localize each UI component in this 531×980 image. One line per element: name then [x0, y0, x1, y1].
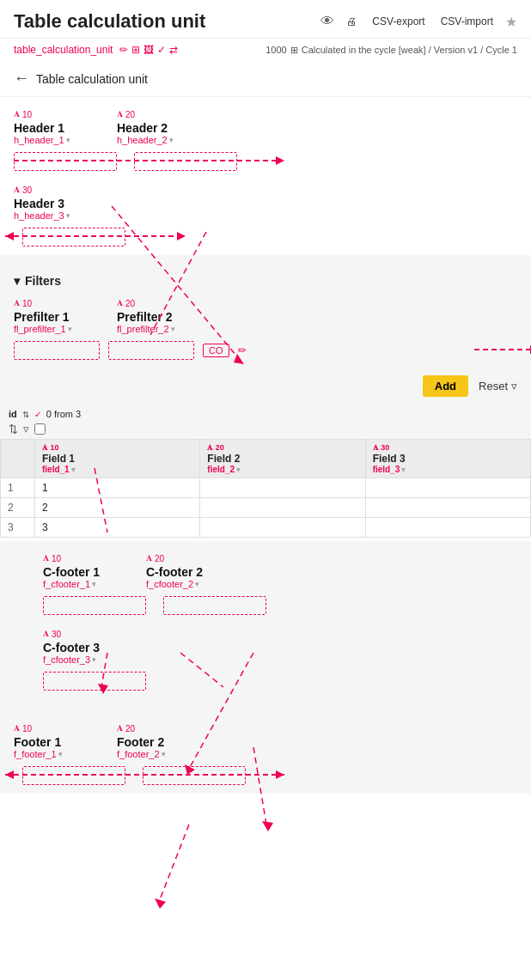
- cfooter-section: 𝐀 10 C-footer 1 f_cfooter_1 ▾ 𝐀 20 C-foo…: [0, 541, 531, 699]
- footer-row1: 𝐀 10 Footer 1 f_footer_1 ▾ 𝐀 20 Footer 2…: [14, 723, 517, 759]
- back-bar: ← Table calculation unit: [0, 61, 531, 97]
- row-f1-1: 1: [35, 478, 200, 498]
- back-button[interactable]: ←: [14, 70, 29, 88]
- eye-icon[interactable]: 👁: [320, 14, 334, 29]
- a-icon-h1: 𝐀: [14, 109, 20, 119]
- filter-arrow-right: [474, 341, 531, 358]
- headers-section: 𝐀 10 Header 1 h_header_1 ▾ 𝐀 20 Header 2…: [0, 97, 531, 255]
- count-badge: 0 from 3: [46, 409, 81, 419]
- svg-marker-22: [155, 898, 166, 909]
- breadcrumb-name[interactable]: table_calculation_unit: [14, 44, 113, 56]
- cfooter-3-name: C-footer 3: [43, 641, 517, 654]
- cycle-label: Calculated in the cycle [weak] / Version…: [302, 45, 517, 55]
- chevron-down-icon: ▾: [195, 580, 199, 588]
- print-button[interactable]: 🖨: [343, 14, 360, 29]
- col-header-field1: 𝐀 10 Field 1 field_1 ▾: [35, 440, 200, 478]
- row-f2-3: [200, 518, 365, 538]
- row-f3-2: [365, 498, 530, 518]
- cfooter-row1: 𝐀 10 C-footer 1 f_cfooter_1 ▾ 𝐀 20 C-foo…: [43, 553, 517, 589]
- footer-1-field: 𝐀 10 Footer 1 f_footer_1 ▾: [14, 723, 100, 759]
- filters-header[interactable]: ▾ Filters: [14, 274, 517, 288]
- svg-marker-2: [5, 232, 14, 240]
- chevron-down-icon: ▾: [162, 750, 166, 758]
- footer-1-input[interactable]: [22, 766, 125, 785]
- image-icon[interactable]: 🖼: [143, 44, 154, 56]
- footer-1-name: Footer 1: [14, 735, 100, 749]
- header-1-num-label: 𝐀 10: [14, 109, 100, 119]
- prefilter-1-input[interactable]: [14, 341, 100, 360]
- divider-2: [0, 699, 531, 711]
- header-3-input[interactable]: [22, 228, 125, 247]
- reset-button[interactable]: Reset ▿: [479, 380, 517, 393]
- star-icon[interactable]: ★: [505, 14, 517, 30]
- chevron-down-icon: ▾: [58, 750, 63, 758]
- cfooter-3-var[interactable]: f_cfooter_3 ▾: [43, 654, 517, 665]
- checkmark-icon: ✓: [34, 410, 41, 419]
- prefilter-2-field: 𝐀 20 Prefilter 2 fl_prefilter_2 ▾: [117, 298, 203, 334]
- a-icon-h3: 𝐀: [14, 185, 20, 195]
- chevron-down-icon: ▾: [169, 136, 174, 144]
- header-2-var[interactable]: h_header_2 ▾: [117, 135, 203, 145]
- csv-import-button[interactable]: CSV-import: [437, 14, 497, 29]
- cfooter-2-input[interactable]: [163, 596, 266, 615]
- prefilter-row: 𝐀 10 Prefilter 1 fl_prefilter_1 ▾ 𝐀 20 P…: [14, 298, 517, 334]
- check-icon[interactable]: ✓: [157, 44, 166, 56]
- prefilter-1-name: Prefilter 1: [14, 310, 100, 324]
- cycle-info: 1000 ⊞ Calculated in the cycle [weak] / …: [266, 45, 517, 56]
- filters-section: ▾ Filters 𝐀 10 Prefilter 1 fl_prefilter_…: [0, 262, 531, 368]
- pencil-icon[interactable]: ✏: [238, 344, 247, 356]
- prefilter-2-name: Prefilter 2: [117, 310, 203, 324]
- csv-export-button[interactable]: CSV-export: [369, 14, 428, 29]
- select-all-checkbox[interactable]: [34, 423, 46, 435]
- header-3-field: 𝐀 30 Header 3 h_header_3 ▾: [14, 185, 517, 221]
- cfooter-1-field: 𝐀 10 C-footer 1 f_cfooter_1 ▾: [43, 553, 129, 589]
- footer-2-var[interactable]: f_footer_2 ▾: [117, 749, 203, 759]
- filter-ctrl-icon[interactable]: ▿: [23, 423, 29, 435]
- footer-2-input[interactable]: [143, 766, 246, 785]
- header-2-num-label: 𝐀 20: [117, 109, 203, 119]
- edit-icon[interactable]: ✏: [119, 44, 128, 56]
- header-3-var[interactable]: h_header_3 ▾: [14, 210, 517, 221]
- a-icon-pf2: 𝐀: [117, 298, 123, 308]
- svg-line-21: [159, 825, 189, 902]
- footer-1-var[interactable]: f_footer_1 ▾: [14, 749, 100, 759]
- header-1-var[interactable]: h_header_1 ▾: [14, 135, 100, 145]
- cfooter-1-input[interactable]: [43, 596, 146, 615]
- header-2-input[interactable]: [134, 152, 237, 171]
- svg-marker-7: [5, 770, 14, 779]
- divider-1: [0, 255, 531, 262]
- svg-marker-9: [276, 770, 284, 779]
- a-icon-pf1: 𝐀: [14, 298, 20, 308]
- add-button[interactable]: Add: [423, 375, 468, 397]
- header-1-input[interactable]: [14, 152, 117, 171]
- cfooter-2-var[interactable]: f_cfooter_2 ▾: [146, 579, 232, 589]
- link-icon[interactable]: ⊞: [131, 44, 140, 56]
- grid-icon: ⊞: [290, 45, 298, 56]
- row-f1-3: 3: [35, 518, 200, 538]
- a-icon-h2: 𝐀: [117, 109, 123, 119]
- cfooter-1-var[interactable]: f_cfooter_1 ▾: [43, 579, 129, 589]
- table-section: id ⇅ ✓ 0 from 3 ⇅ ▿ 𝐀 10 Field 1: [0, 404, 531, 538]
- prefilter-2-var[interactable]: fl_prefilter_2 ▾: [117, 324, 203, 334]
- header-2-name: Header 2: [117, 121, 203, 135]
- row-f3-3: [365, 518, 530, 538]
- col-header-field2: 𝐀 20 Field 2 field_2 ▾: [200, 440, 365, 478]
- shuffle-icon[interactable]: ⇄: [169, 44, 178, 56]
- header-1-name: Header 1: [14, 121, 100, 135]
- main-container: Table calculation unit 👁 🖨 CSV-export CS…: [0, 0, 531, 794]
- chevron-down-icon: ▾: [92, 655, 96, 664]
- cfooter-3-input[interactable]: [43, 672, 146, 691]
- row-id-3: 3: [1, 518, 35, 538]
- cfooter-1-name: C-footer 1: [43, 565, 129, 579]
- prefilter-1-var[interactable]: fl_prefilter_1 ▾: [14, 324, 100, 334]
- row-f1-2: 2: [35, 498, 200, 518]
- back-label: Table calculation unit: [36, 72, 148, 86]
- sort-icon[interactable]: ⇅: [22, 410, 29, 419]
- table-row: 2 2: [1, 498, 531, 518]
- breadcrumb-icons: ✏ ⊞ 🖼 ✓ ⇄: [119, 44, 178, 56]
- prefilter-2-input[interactable]: [108, 341, 194, 360]
- cfooter-2-field: 𝐀 20 C-footer 2 f_cfooter_2 ▾: [146, 553, 232, 589]
- header-fields-row1: 𝐀 10 Header 1 h_header_1 ▾ 𝐀 20 Header 2…: [14, 109, 517, 145]
- footer-2-name: Footer 2: [117, 735, 203, 749]
- sort-ctrl-icon[interactable]: ⇅: [9, 423, 18, 435]
